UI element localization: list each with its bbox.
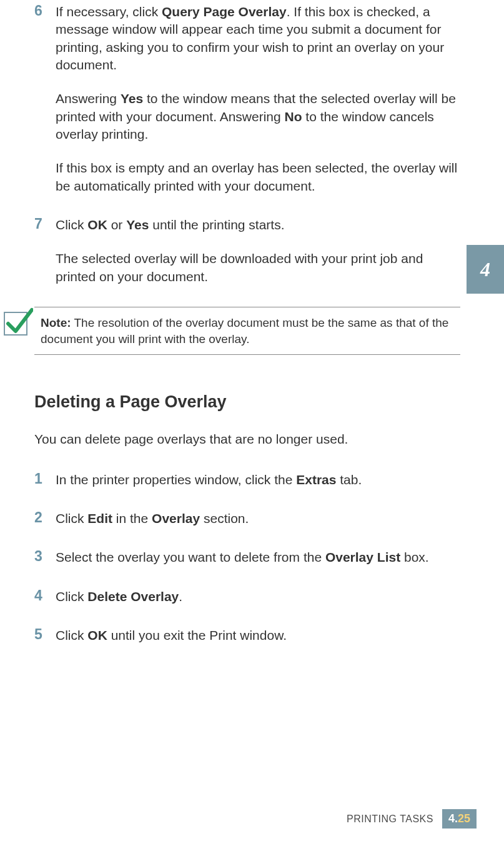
step-body: Click Delete Overlay. bbox=[56, 588, 460, 605]
checkmark-icon bbox=[3, 307, 33, 337]
chapter-tab: 4 bbox=[467, 245, 504, 294]
step-body: Click Edit in the Overlay section. bbox=[56, 510, 460, 527]
step-paragraph: Answering Yes to the window means that t… bbox=[56, 90, 460, 143]
page-content: 6 If necessary, click Query Page Overlay… bbox=[0, 0, 504, 644]
step-body: If necessary, click Query Page Overlay. … bbox=[56, 3, 460, 195]
footer-chapter-number: 4. bbox=[448, 812, 458, 825]
note-text: Note: The resolution of the overlay docu… bbox=[41, 315, 460, 347]
step-number: 3 bbox=[34, 549, 56, 566]
step-number: 1 bbox=[34, 471, 56, 489]
step-number: 4 bbox=[34, 588, 56, 605]
step-body: Click OK or Yes until the printing start… bbox=[56, 216, 460, 286]
step-5: 5 Click OK until you exit the Print wind… bbox=[34, 627, 460, 644]
step-body: In the printer properties window, click … bbox=[56, 471, 460, 489]
step-paragraph: Click Edit in the Overlay section. bbox=[56, 510, 460, 527]
note-block: Note: The resolution of the overlay docu… bbox=[34, 307, 460, 355]
step-3: 3 Select the overlay you want to delete … bbox=[34, 549, 460, 566]
step-number: 7 bbox=[34, 216, 56, 286]
step-7: 7 Click OK or Yes until the printing sta… bbox=[34, 216, 460, 286]
footer-section-label: PRINTING TASKS bbox=[347, 814, 433, 825]
footer-page-number: 25 bbox=[458, 812, 470, 825]
step-1: 1 In the printer properties window, clic… bbox=[34, 471, 460, 489]
step-number: 6 bbox=[34, 3, 56, 195]
step-paragraph: The selected overlay will be downloaded … bbox=[56, 250, 460, 286]
step-body: Click OK until you exit the Print window… bbox=[56, 627, 460, 644]
step-6: 6 If necessary, click Query Page Overlay… bbox=[34, 3, 460, 195]
footer-page-badge: 4.25 bbox=[442, 809, 477, 829]
step-paragraph: Click OK or Yes until the printing start… bbox=[56, 216, 460, 234]
step-number: 5 bbox=[34, 627, 56, 644]
step-paragraph: Click Delete Overlay. bbox=[56, 588, 460, 605]
section-heading: Deleting a Page Overlay bbox=[34, 392, 460, 412]
step-paragraph: Select the overlay you want to delete fr… bbox=[56, 549, 460, 566]
step-paragraph: Click OK until you exit the Print window… bbox=[56, 627, 460, 644]
step-number: 2 bbox=[34, 510, 56, 527]
step-paragraph: If necessary, click Query Page Overlay. … bbox=[56, 3, 460, 74]
section-intro: You can delete page overlays that are no… bbox=[34, 430, 460, 448]
page-footer: PRINTING TASKS 4.25 bbox=[347, 809, 477, 829]
step-paragraph: If this box is empty and an overlay has … bbox=[56, 159, 460, 195]
step-2: 2 Click Edit in the Overlay section. bbox=[34, 510, 460, 527]
step-4: 4 Click Delete Overlay. bbox=[34, 588, 460, 605]
step-paragraph: In the printer properties window, click … bbox=[56, 471, 460, 489]
chapter-tab-number: 4 bbox=[480, 258, 490, 281]
step-body: Select the overlay you want to delete fr… bbox=[56, 549, 460, 566]
